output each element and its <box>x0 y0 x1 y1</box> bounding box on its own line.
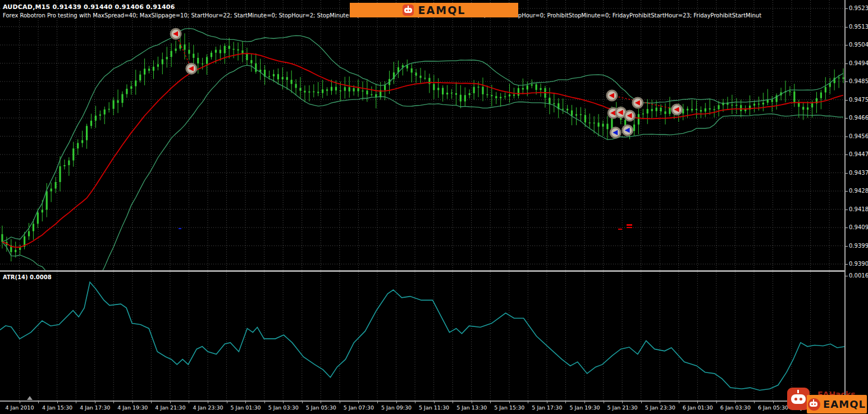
time-tick-label: 5 Jan 03:30 <box>268 404 299 411</box>
time-tick-label: 4 Jan 23:30 <box>193 404 223 411</box>
main-price-chart[interactable] <box>0 0 846 270</box>
time-tick-label: 5 Jan 21:30 <box>607 404 638 411</box>
price-tick-label: 0.94280 <box>849 188 868 194</box>
time-tick-label: 4 Jan 2010 <box>6 404 34 411</box>
price-tick-label: 0.94185 <box>849 206 868 212</box>
time-tick-label: 5 Jan 15:30 <box>494 404 524 411</box>
price-tick-label: 0.94090 <box>849 224 868 230</box>
price-tick-label: 0.94660 <box>849 115 868 121</box>
time-tick-label: 4 Jan 15:30 <box>42 404 72 411</box>
corner-brand-text: EAMQL <box>823 398 866 410</box>
time-tick-label: 4 Jan 21:30 <box>155 404 185 411</box>
time-tick-label: 5 Jan 09:30 <box>381 404 412 411</box>
mt4-chart-window: AUDCAD,M15 0.91439 0.91440 0.91406 0.914… <box>0 0 868 414</box>
time-tick-label: 5 Jan 11:30 <box>419 404 449 411</box>
atr-indicator-label: ATR(14) 0.0008 <box>3 274 52 280</box>
price-tick-label: 0.94375 <box>849 170 868 176</box>
eamql-banner[interactable]: EAMQL <box>350 3 518 17</box>
time-tick-label: 6 Jan 01:30 <box>683 404 713 411</box>
robot-icon <box>808 398 820 411</box>
scroll-position-marker[interactable] <box>27 396 33 400</box>
time-tick-label: 5 Jan 07:30 <box>344 404 374 411</box>
price-tick-label: 0.94565 <box>849 133 868 139</box>
price-tick-label: 0.93900 <box>849 261 868 267</box>
price-tick-label: 0.95230 <box>849 5 868 11</box>
banner-brand-text: EAMQL <box>418 4 466 16</box>
corner-logo-box: EAMQL <box>807 395 867 413</box>
price-tick-label: 0.0016 <box>849 272 868 279</box>
price-tick-label: 0.95135 <box>849 24 868 30</box>
atr-indicator-panel[interactable] <box>0 272 846 401</box>
robot-icon <box>787 388 810 410</box>
time-tick-label: 5 Jan 19:30 <box>569 404 600 411</box>
time-tick-label: 5 Jan 01:30 <box>231 404 261 411</box>
price-tick-label: 0.95040 <box>849 42 868 48</box>
time-tick-label: 5 Jan 13:30 <box>456 404 487 411</box>
time-tick-label: 4 Jan 19:30 <box>117 404 148 411</box>
time-tick-label: 5 Jan 23:30 <box>645 404 675 411</box>
price-tick-label: 0.94755 <box>849 97 868 103</box>
price-tick-label: 0.93995 <box>849 243 868 249</box>
price-tick-label: 0.94470 <box>849 151 868 157</box>
time-tick-label: 4 Jan 17:30 <box>80 404 110 411</box>
time-tick-label: 5 Jan 05:30 <box>306 404 336 411</box>
robot-icon <box>403 4 414 16</box>
time-tick-label: 6 Jan 03:30 <box>720 404 751 411</box>
price-axis[interactable]: 0.952300.951350.950400.949450.948500.947… <box>846 0 868 414</box>
time-tick-label: 5 Jan 17:30 <box>532 404 562 411</box>
time-tick-label: 6 Jan 05:30 <box>758 404 788 411</box>
price-tick-label: 0.94850 <box>849 78 868 84</box>
eamql-corner-logo[interactable]: EAHacks EAMQL <box>785 386 868 414</box>
time-axis[interactable]: 4 Jan 20104 Jan 15:304 Jan 17:304 Jan 19… <box>0 402 846 414</box>
price-tick-label: 0.94945 <box>849 60 868 66</box>
